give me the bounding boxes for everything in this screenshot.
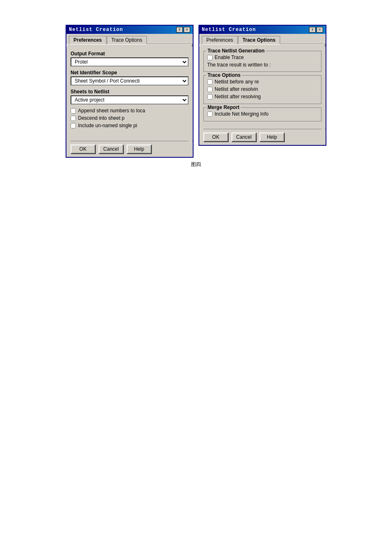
left-tabs-bar: Preferences Trace Options [66,34,193,44]
merge-report-section: Merge Report Include Net Merging Info [203,107,321,121]
net-identifier-label: Net Identifier Scope [71,70,189,76]
net-identifier-select-wrapper: Sheet Symbol / Port Connecti [71,76,189,85]
trace-netlist-generation-title: Trace Netlist Generation [206,48,266,54]
right-dialog-body: Trace Netlist Generation Enable Trace Th… [199,47,326,129]
trace-netlist-after-resolvin-row: Netlist after resolvin [207,86,318,92]
checkbox-append-sheet: Append sheet numbers to loca [71,108,189,114]
output-format-select-wrapper: Protel [71,57,189,66]
checkbox-descend-sheet: Descend into sheet p [71,115,189,121]
checkbox-include-unnamed-input[interactable] [71,123,76,128]
trace-result-text: The trace result is written to : [207,62,318,68]
merge-report-content: Include Net Merging Info [207,111,318,117]
right-close-icon[interactable]: ✕ [316,27,323,33]
left-tab-preferences[interactable]: Preferences [69,36,106,44]
left-dialog-body: Output Format Protel Net Identifier Scop… [66,47,193,141]
dialogs-container: Netlist Creation ? ✕ Preferences Trace O… [66,25,326,158]
include-net-merging-row: Include Net Merging Info [207,111,318,117]
trace-netlist-after-resolving-label: Netlist after resolving [215,94,261,100]
left-tab-trace-options[interactable]: Trace Options [107,36,147,44]
right-help-icon[interactable]: ? [309,27,316,33]
trace-netlist-after-resolvin-label: Netlist after resolvin [215,86,258,92]
trace-netlist-before-row: Netlist before any re [207,79,318,85]
output-format-select[interactable]: Protel [71,57,189,66]
checkbox-descend-sheet-label: Descend into sheet p [78,115,125,121]
right-dialog-title: Netlist Creation [202,27,256,33]
include-net-merging-label: Include Net Merging Info [215,111,269,117]
left-dialog: Netlist Creation ? ✕ Preferences Trace O… [66,25,194,158]
merge-report-title: Merge Report [206,104,241,110]
sheets-to-netlist-select-wrapper: Active project [71,95,189,104]
left-help-icon[interactable]: ? [176,27,183,33]
include-net-merging-checkbox[interactable] [207,111,213,117]
output-format-label: Output Format [71,51,189,57]
enable-trace-checkbox[interactable] [207,55,213,60]
right-tabs-bar: Preferences Trace Options [199,34,326,44]
trace-netlist-after-resolving-checkbox[interactable] [207,94,213,100]
left-close-icon[interactable]: ✕ [184,27,190,33]
sheets-to-netlist-group: Sheets to Netlist Active project [71,89,189,104]
net-identifier-group: Net Identifier Scope Sheet Symbol / Port… [71,70,189,85]
right-titlebar-buttons: ? ✕ [309,27,323,33]
right-tab-trace-options[interactable]: Trace Options [238,36,280,44]
checkbox-append-sheet-input[interactable] [71,108,76,114]
page-caption: 图四 [191,161,201,168]
trace-options-title: Trace Options [206,72,242,78]
left-cancel-button[interactable]: Cancel [99,145,123,154]
trace-netlist-before-label: Netlist before any re [215,79,259,85]
enable-trace-label: Enable Trace [215,55,244,60]
trace-netlist-before-checkbox[interactable] [207,79,213,85]
right-ok-button[interactable]: OK [203,133,228,142]
left-dialog-titlebar: Netlist Creation ? ✕ [66,26,193,34]
left-dialog-title: Netlist Creation [69,27,123,33]
right-cancel-button[interactable]: Cancel [231,133,256,142]
trace-netlist-generation-content: Enable Trace The trace result is written… [207,55,318,68]
right-dialog: Netlist Creation ? ✕ Preferences Trace O… [198,25,326,146]
trace-netlist-after-resolvin-checkbox[interactable] [207,87,213,92]
checkbox-append-sheet-label: Append sheet numbers to loca [78,108,145,114]
left-ok-button[interactable]: OK [71,145,95,154]
checkbox-descend-sheet-input[interactable] [71,116,76,121]
right-dialog-footer: OK Cancel Help [199,129,326,145]
checkbox-include-unnamed-label: Include un-named single pi [78,123,137,128]
enable-trace-row: Enable Trace [207,55,318,60]
trace-netlist-after-resolving-row: Netlist after resolving [207,94,318,100]
sheets-to-netlist-label: Sheets to Netlist [71,89,189,95]
right-tab-preferences[interactable]: Preferences [202,36,238,44]
trace-options-section: Trace Options Netlist before any re Netl… [203,75,321,104]
left-titlebar-buttons: ? ✕ [176,27,190,33]
right-dialog-titlebar: Netlist Creation ? ✕ [199,26,326,34]
sheets-to-netlist-select[interactable]: Active project [71,95,189,104]
output-format-group: Output Format Protel [71,51,189,66]
checkbox-include-unnamed: Include un-named single pi [71,123,189,128]
left-help-button[interactable]: Help [127,145,151,154]
left-dialog-footer: OK Cancel Help [66,141,193,157]
trace-options-content: Netlist before any re Netlist after reso… [207,79,318,100]
net-identifier-select[interactable]: Sheet Symbol / Port Connecti [71,76,189,85]
right-help-button[interactable]: Help [260,133,284,142]
trace-netlist-generation-section: Trace Netlist Generation Enable Trace Th… [203,51,321,72]
